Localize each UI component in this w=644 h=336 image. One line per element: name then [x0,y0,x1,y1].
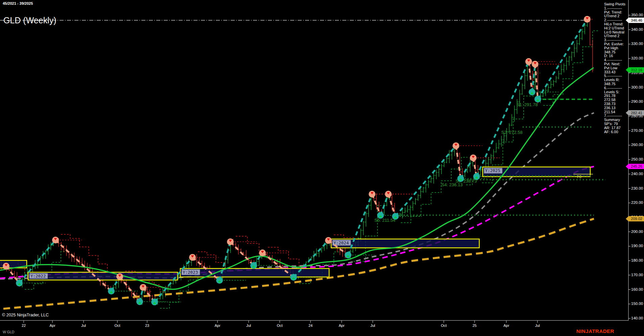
zigzag-leg-up [395,146,456,216]
price-bars [0,17,594,305]
time-tick-label: 25 [468,323,481,328]
price-tick-label: 240.00 [631,172,643,176]
time-tick-label: Oct [111,323,124,328]
support-level-label: S2: 272.58 [501,130,523,135]
price-tick-label: 260.00 [631,143,643,147]
year-box-label: Y:2024 [334,240,349,245]
plot-area: Y:2022Y:2023Y:2024Y:2025S1: 291.78S2: 27… [0,16,605,309]
panel-line: 348.75 [604,82,625,86]
price-tick-label: 200.00 [631,230,643,234]
zigzag-leg-up [477,62,529,176]
ninjatrader-logo: NINJATRADER [576,328,614,334]
ma-amber-line [3,219,594,309]
price-tick-label: 190.00 [631,244,643,248]
hilo-trail-up [401,157,467,223]
price-tick-label: 140.00 [631,316,643,320]
swing-zigzag [6,19,587,302]
price-tick-label: 350.00 [631,13,643,17]
panel-line: Pvt. Evolve: [604,42,625,46]
panel-line: Pvt. Next: [604,62,625,66]
zigzag-leg-up [538,19,587,99]
price-tick-label: 170.00 [631,273,643,277]
copyright-label: © 2025 NinjaTrader, LLC [2,313,49,317]
panel-line: AR: 17.87 [604,126,625,130]
chart-title: GLD (Weekly) [3,16,56,25]
year-range-boxes: Y:2022Y:2023Y:2024Y:2025 [0,167,590,280]
year-range-box [28,272,178,280]
instrument-label: W GLD [3,330,14,334]
pivot-markers [3,16,591,305]
year-box-label: Y:2023 [183,270,198,275]
chart-canvas[interactable]: Y:2022Y:2023Y:2024Y:2025S1: 291.78S2: 27… [0,0,644,336]
support-level-label: S4: 236.13 [441,182,463,187]
panel-line: Hi:2 UTrend [604,26,625,30]
price-badge: 282.41 [626,110,644,116]
support-level-label: S1: 291.78 [516,102,538,107]
price-tick-label: 330.00 [631,42,643,46]
time-tick-label: Apr [500,323,513,328]
price-badge: 209.02 [626,216,644,221]
price-tick-label: 290.00 [631,99,643,103]
swing-pivots-panel: Swing Pivots1.------------Pvt. Trend:UTr… [604,2,625,134]
panel-line: AF: 6.00 [604,130,625,134]
price-tick-label: 250.00 [631,157,643,161]
year-box-label: Y:2022 [30,273,46,279]
panel-line: 236.13 [604,106,625,110]
price-tick-label: 160.00 [631,287,643,291]
price-tick-label: 220.00 [631,200,643,205]
panel-line: Pvt High [604,46,625,50]
time-tick-label: Jul [531,323,544,328]
price-tick-label: 180.00 [631,258,643,262]
year-box-label: Y:2025 [485,168,500,173]
zigzag-leg-down [456,146,461,178]
time-tick-label: Oct [273,323,286,328]
support-levels: S1: 291.78S2: 272.58S3: 238.73S4: 236.13… [374,99,605,223]
time-tick-label: 22 [17,323,30,328]
year-range-box [180,268,329,277]
hilo-trail-up [543,31,599,105]
f0-label: F0 [577,175,581,179]
time-tick-label: Apr [335,323,348,328]
price-badge: 312.16 [626,67,644,73]
panel-line: 6.------------ [604,86,625,90]
chart-window: Y:2022Y:2023Y:2024Y:2025S1: 291.78S2: 27… [0,0,644,336]
ma-green-line [0,68,594,289]
time-tick-label: Jul [77,323,90,328]
time-tick-label: Jul [366,323,380,328]
hilo-trail-down [198,252,231,270]
price-badge: 245.26 [626,164,644,169]
date-range-label: 45/2021 - 39/2025 [3,1,33,5]
panel-line: Pvt Low [604,66,625,70]
panel-line: SP's: 79 [604,122,625,126]
price-tick-label: 300.00 [631,85,643,89]
time-tick-label: Jul [242,323,255,328]
price-tick-label: 230.00 [631,186,643,190]
time-tick-label: Apr [46,323,59,328]
price-tick-label: 320.00 [631,56,643,60]
price-badge: 346.46 [626,18,644,23]
panel-line: HiLo Trend: [604,22,625,26]
support-level-label: S5: 211.54 [374,218,395,223]
panel-line: 238.73 [604,102,625,106]
price-tick-label: 150.00 [631,302,643,306]
hilo-trail-down [268,247,305,267]
time-tick-label: 24 [304,323,317,328]
time-tick-label: Apr [211,323,224,328]
panel-line: 1.------------ [604,6,625,10]
ma-gray-line [0,113,594,279]
price-tick-label: 270.00 [631,128,643,133]
price-tick-label: 340.00 [631,27,643,31]
time-tick-label: Oct [437,323,451,328]
time-tick-label: 23 [140,323,154,328]
